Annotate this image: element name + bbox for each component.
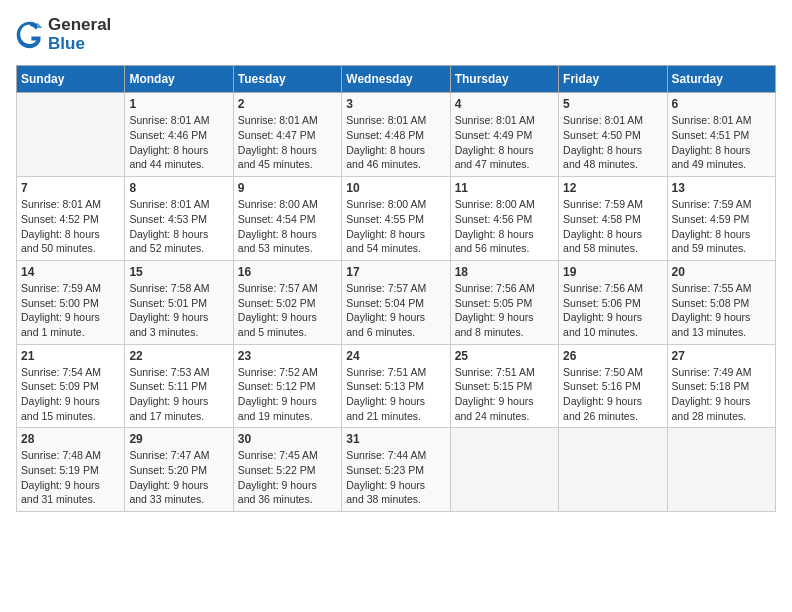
- day-number: 28: [21, 432, 120, 446]
- day-number: 23: [238, 349, 337, 363]
- day-info: Sunrise: 7:58 AMSunset: 5:01 PMDaylight:…: [129, 281, 228, 340]
- day-number: 6: [672, 97, 771, 111]
- day-number: 8: [129, 181, 228, 195]
- calendar-cell: 6Sunrise: 8:01 AMSunset: 4:51 PMDaylight…: [667, 93, 775, 177]
- logo: General Blue: [16, 16, 111, 53]
- day-number: 15: [129, 265, 228, 279]
- day-info: Sunrise: 8:01 AMSunset: 4:46 PMDaylight:…: [129, 113, 228, 172]
- day-info: Sunrise: 7:49 AMSunset: 5:18 PMDaylight:…: [672, 365, 771, 424]
- day-number: 14: [21, 265, 120, 279]
- day-number: 19: [563, 265, 662, 279]
- logo-icon: [16, 21, 44, 49]
- day-info: Sunrise: 7:57 AMSunset: 5:02 PMDaylight:…: [238, 281, 337, 340]
- day-info: Sunrise: 7:57 AMSunset: 5:04 PMDaylight:…: [346, 281, 445, 340]
- day-info: Sunrise: 8:01 AMSunset: 4:52 PMDaylight:…: [21, 197, 120, 256]
- day-info: Sunrise: 7:59 AMSunset: 4:59 PMDaylight:…: [672, 197, 771, 256]
- calendar-cell: 18Sunrise: 7:56 AMSunset: 5:05 PMDayligh…: [450, 260, 558, 344]
- day-number: 11: [455, 181, 554, 195]
- calendar-cell: 30Sunrise: 7:45 AMSunset: 5:22 PMDayligh…: [233, 428, 341, 512]
- day-number: 4: [455, 97, 554, 111]
- day-header-friday: Friday: [559, 66, 667, 93]
- day-number: 9: [238, 181, 337, 195]
- calendar-cell: 28Sunrise: 7:48 AMSunset: 5:19 PMDayligh…: [17, 428, 125, 512]
- day-number: 5: [563, 97, 662, 111]
- day-info: Sunrise: 8:01 AMSunset: 4:53 PMDaylight:…: [129, 197, 228, 256]
- day-info: Sunrise: 7:51 AMSunset: 5:15 PMDaylight:…: [455, 365, 554, 424]
- day-number: 17: [346, 265, 445, 279]
- calendar-cell: 17Sunrise: 7:57 AMSunset: 5:04 PMDayligh…: [342, 260, 450, 344]
- calendar-cell: 24Sunrise: 7:51 AMSunset: 5:13 PMDayligh…: [342, 344, 450, 428]
- day-number: 26: [563, 349, 662, 363]
- day-info: Sunrise: 8:01 AMSunset: 4:51 PMDaylight:…: [672, 113, 771, 172]
- calendar-cell: 23Sunrise: 7:52 AMSunset: 5:12 PMDayligh…: [233, 344, 341, 428]
- day-header-monday: Monday: [125, 66, 233, 93]
- calendar-cell: 5Sunrise: 8:01 AMSunset: 4:50 PMDaylight…: [559, 93, 667, 177]
- day-info: Sunrise: 7:54 AMSunset: 5:09 PMDaylight:…: [21, 365, 120, 424]
- calendar-cell: 4Sunrise: 8:01 AMSunset: 4:49 PMDaylight…: [450, 93, 558, 177]
- calendar-cell: 16Sunrise: 7:57 AMSunset: 5:02 PMDayligh…: [233, 260, 341, 344]
- day-number: 20: [672, 265, 771, 279]
- day-info: Sunrise: 7:59 AMSunset: 5:00 PMDaylight:…: [21, 281, 120, 340]
- calendar-cell: 20Sunrise: 7:55 AMSunset: 5:08 PMDayligh…: [667, 260, 775, 344]
- calendar-cell: 22Sunrise: 7:53 AMSunset: 5:11 PMDayligh…: [125, 344, 233, 428]
- day-number: 21: [21, 349, 120, 363]
- calendar-cell: 9Sunrise: 8:00 AMSunset: 4:54 PMDaylight…: [233, 177, 341, 261]
- day-number: 24: [346, 349, 445, 363]
- day-number: 10: [346, 181, 445, 195]
- calendar-cell: 1Sunrise: 8:01 AMSunset: 4:46 PMDaylight…: [125, 93, 233, 177]
- calendar-cell: 13Sunrise: 7:59 AMSunset: 4:59 PMDayligh…: [667, 177, 775, 261]
- calendar-cell: [450, 428, 558, 512]
- calendar-cell: 29Sunrise: 7:47 AMSunset: 5:20 PMDayligh…: [125, 428, 233, 512]
- day-number: 7: [21, 181, 120, 195]
- day-header-thursday: Thursday: [450, 66, 558, 93]
- calendar-cell: 2Sunrise: 8:01 AMSunset: 4:47 PMDaylight…: [233, 93, 341, 177]
- calendar-cell: 14Sunrise: 7:59 AMSunset: 5:00 PMDayligh…: [17, 260, 125, 344]
- day-number: 25: [455, 349, 554, 363]
- calendar-cell: 11Sunrise: 8:00 AMSunset: 4:56 PMDayligh…: [450, 177, 558, 261]
- day-info: Sunrise: 7:53 AMSunset: 5:11 PMDaylight:…: [129, 365, 228, 424]
- calendar-cell: [667, 428, 775, 512]
- day-info: Sunrise: 7:59 AMSunset: 4:58 PMDaylight:…: [563, 197, 662, 256]
- day-header-wednesday: Wednesday: [342, 66, 450, 93]
- day-info: Sunrise: 8:00 AMSunset: 4:56 PMDaylight:…: [455, 197, 554, 256]
- day-number: 30: [238, 432, 337, 446]
- calendar-cell: [559, 428, 667, 512]
- day-number: 18: [455, 265, 554, 279]
- day-info: Sunrise: 7:50 AMSunset: 5:16 PMDaylight:…: [563, 365, 662, 424]
- calendar-cell: 27Sunrise: 7:49 AMSunset: 5:18 PMDayligh…: [667, 344, 775, 428]
- page-header: General Blue: [16, 16, 776, 53]
- calendar-cell: 8Sunrise: 8:01 AMSunset: 4:53 PMDaylight…: [125, 177, 233, 261]
- day-number: 1: [129, 97, 228, 111]
- day-info: Sunrise: 7:55 AMSunset: 5:08 PMDaylight:…: [672, 281, 771, 340]
- day-info: Sunrise: 7:52 AMSunset: 5:12 PMDaylight:…: [238, 365, 337, 424]
- day-header-sunday: Sunday: [17, 66, 125, 93]
- day-number: 16: [238, 265, 337, 279]
- day-info: Sunrise: 8:00 AMSunset: 4:54 PMDaylight:…: [238, 197, 337, 256]
- day-info: Sunrise: 8:01 AMSunset: 4:50 PMDaylight:…: [563, 113, 662, 172]
- calendar-cell: 3Sunrise: 8:01 AMSunset: 4:48 PMDaylight…: [342, 93, 450, 177]
- day-header-tuesday: Tuesday: [233, 66, 341, 93]
- calendar-cell: 31Sunrise: 7:44 AMSunset: 5:23 PMDayligh…: [342, 428, 450, 512]
- day-info: Sunrise: 8:01 AMSunset: 4:49 PMDaylight:…: [455, 113, 554, 172]
- day-info: Sunrise: 8:01 AMSunset: 4:47 PMDaylight:…: [238, 113, 337, 172]
- day-info: Sunrise: 7:56 AMSunset: 5:06 PMDaylight:…: [563, 281, 662, 340]
- day-number: 13: [672, 181, 771, 195]
- day-number: 29: [129, 432, 228, 446]
- calendar-cell: 15Sunrise: 7:58 AMSunset: 5:01 PMDayligh…: [125, 260, 233, 344]
- day-number: 2: [238, 97, 337, 111]
- day-info: Sunrise: 7:56 AMSunset: 5:05 PMDaylight:…: [455, 281, 554, 340]
- day-number: 31: [346, 432, 445, 446]
- calendar-cell: [17, 93, 125, 177]
- day-number: 3: [346, 97, 445, 111]
- day-info: Sunrise: 8:01 AMSunset: 4:48 PMDaylight:…: [346, 113, 445, 172]
- day-number: 12: [563, 181, 662, 195]
- day-info: Sunrise: 7:51 AMSunset: 5:13 PMDaylight:…: [346, 365, 445, 424]
- day-header-saturday: Saturday: [667, 66, 775, 93]
- calendar-cell: 26Sunrise: 7:50 AMSunset: 5:16 PMDayligh…: [559, 344, 667, 428]
- calendar-cell: 7Sunrise: 8:01 AMSunset: 4:52 PMDaylight…: [17, 177, 125, 261]
- calendar-cell: 12Sunrise: 7:59 AMSunset: 4:58 PMDayligh…: [559, 177, 667, 261]
- day-info: Sunrise: 7:48 AMSunset: 5:19 PMDaylight:…: [21, 448, 120, 507]
- day-info: Sunrise: 7:47 AMSunset: 5:20 PMDaylight:…: [129, 448, 228, 507]
- calendar-cell: 10Sunrise: 8:00 AMSunset: 4:55 PMDayligh…: [342, 177, 450, 261]
- calendar-table: SundayMondayTuesdayWednesdayThursdayFrid…: [16, 65, 776, 512]
